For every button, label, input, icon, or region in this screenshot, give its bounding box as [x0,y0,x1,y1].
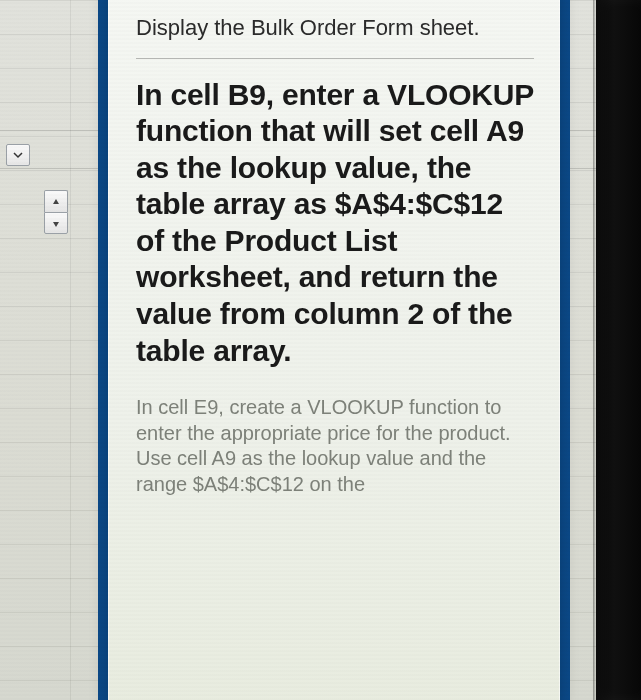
instruction-panel-body: In cell B9, enter a VLOOKUP function tha… [136,77,534,370]
instruction-panel-frame: Display the Bulk Order Form sheet. In ce… [98,0,570,700]
instruction-panel: Display the Bulk Order Form sheet. In ce… [108,0,560,700]
triangle-up-icon [52,192,60,210]
spinner-control[interactable] [44,190,68,234]
divider [136,58,534,59]
photo-of-screen: Display the Bulk Order Form sheet. In ce… [0,0,641,700]
cell-dropdown-button[interactable] [6,144,30,166]
spinner-down[interactable] [44,212,68,235]
spinner-up[interactable] [44,190,68,212]
monitor-bezel [596,0,641,700]
triangle-down-icon [52,214,60,232]
chevron-down-icon [13,146,23,164]
app-surface: Display the Bulk Order Form sheet. In ce… [0,0,596,700]
instruction-panel-header: Display the Bulk Order Form sheet. [136,14,534,58]
instruction-panel-next: In cell E9, create a VLOOKUP function to… [136,395,534,497]
